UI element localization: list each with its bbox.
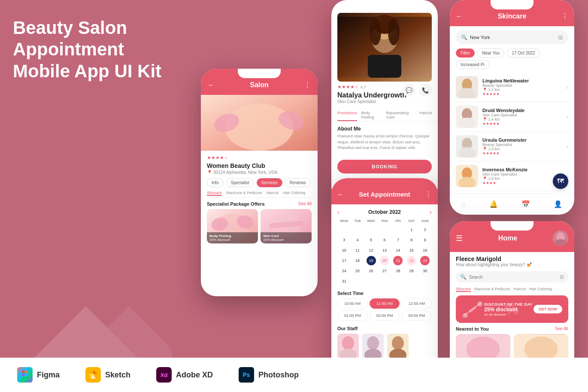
nearest-see-all[interactable]: See All <box>555 326 568 331</box>
cal-2[interactable]: 2 <box>420 225 430 234</box>
filter-btn[interactable]: Filter <box>456 49 475 58</box>
cal-10[interactable]: 10 <box>339 246 349 255</box>
cal-30[interactable]: 30 <box>420 266 430 276</box>
cal-15[interactable]: 15 <box>407 246 416 255</box>
subtab-skincare[interactable]: Skincare <box>207 191 222 196</box>
discount-desc: on all skincare <box>484 313 533 316</box>
hero-title: Beauty Salon Appointment Mobile App UI K… <box>13 17 176 82</box>
discount-get-now-button[interactable]: GET NOW <box>533 305 562 313</box>
phone-icon[interactable]: 📞 <box>419 84 432 97</box>
cal-20-range[interactable]: 20 <box>380 256 389 265</box>
nav-search-icon[interactable]: 🔔 <box>489 200 498 208</box>
cal-next[interactable]: › <box>430 209 432 216</box>
cal-27[interactable]: 27 <box>380 266 389 276</box>
cal-28[interactable]: 28 <box>393 266 403 276</box>
cal-5[interactable]: 5 <box>367 235 376 245</box>
cal-3[interactable]: 3 <box>339 235 349 245</box>
more-icon-4[interactable]: ⋮ <box>561 12 568 20</box>
cal-9[interactable]: 9 <box>420 235 430 245</box>
cal-23-selected[interactable]: 23 <box>420 256 430 265</box>
time-1pm[interactable]: 01:00 PM <box>337 310 368 321</box>
cal-26[interactable]: 26 <box>367 266 376 276</box>
cal-21-selected[interactable]: 21 <box>393 256 403 265</box>
phone-appointment: ← Set Appointment ⋮ ‹ October 2022 › MON… <box>331 178 438 376</box>
service-card-1[interactable]: Body Peeling 20% discount <box>207 209 258 243</box>
filter-icon-4[interactable]: ⊞ <box>558 34 563 41</box>
more-icon-3[interactable]: ⋮ <box>425 190 432 198</box>
map-fab[interactable]: 🗺 <box>553 173 568 189</box>
tab-reviews[interactable]: Reviews <box>285 178 311 187</box>
booking-button[interactable]: BOOKING <box>337 160 432 173</box>
cal-18[interactable]: 18 <box>353 256 362 265</box>
nav-home-icon[interactable]: ⌂ <box>462 201 466 208</box>
cal-16[interactable]: 16 <box>420 246 430 255</box>
filter-icon-5[interactable]: ⊞ <box>560 274 564 280</box>
spec-arrow-3[interactable]: › <box>566 143 568 150</box>
see-all-link[interactable]: See All <box>298 201 312 207</box>
cal-13[interactable]: 13 <box>380 246 389 255</box>
increased-btn[interactable]: Increased Pi <box>456 60 489 69</box>
back-icon-4[interactable]: ← <box>456 12 463 20</box>
home-cat-haircut[interactable]: Haircut <box>514 287 526 292</box>
nav-profile-icon[interactable]: 👤 <box>554 200 562 208</box>
home-cat-manicure[interactable]: Manicure & Pedicure <box>474 287 510 292</box>
message-icon[interactable]: 💬 <box>403 84 415 97</box>
back-icon[interactable]: ← <box>208 81 215 89</box>
near-you-btn[interactable]: Near You <box>477 49 504 58</box>
promo-tab-promotions[interactable]: Promotions <box>337 111 357 121</box>
cal-29[interactable]: 29 <box>407 266 416 276</box>
promo-tab-peeling[interactable]: Body Peeling <box>361 111 382 121</box>
nav-calendar-icon[interactable]: 📅 <box>521 200 530 208</box>
spec-name-1: Linguina Nettlewater <box>482 78 562 83</box>
cal-8[interactable]: 8 <box>407 235 416 245</box>
time-12am[interactable]: 12:00 AM <box>401 298 432 309</box>
time-3pm[interactable]: 03:00 PM <box>401 310 432 321</box>
home-search-input[interactable] <box>469 275 557 280</box>
cal-22-range[interactable]: 22 <box>407 256 416 265</box>
promo-tab-haircut[interactable]: Haircut <box>419 111 432 121</box>
subtab-color[interactable]: Hair Coloring <box>283 191 306 196</box>
spec-arrow-2[interactable]: › <box>566 113 568 120</box>
time-2pm[interactable]: 02:00 PM <box>370 310 400 321</box>
cal-24[interactable]: 24 <box>339 266 349 276</box>
cal-4[interactable]: 4 <box>353 235 362 245</box>
home-cat-color[interactable]: Hair Coloring <box>529 287 552 292</box>
cal-17[interactable]: 17 <box>339 256 349 265</box>
svg-marker-58 <box>93 371 97 374</box>
cal-14[interactable]: 14 <box>393 246 403 255</box>
cal-days-header: MON TUE WED THU FRI SAT SUN <box>337 219 432 223</box>
spec-arrow-1[interactable]: › <box>566 84 568 91</box>
home-cat-skincare[interactable]: Skincare <box>456 287 471 292</box>
cal-1[interactable]: 1 <box>407 225 416 234</box>
cal-7[interactable]: 7 <box>393 235 403 245</box>
spec-dist-2: 📍 1.4 km <box>482 117 562 122</box>
home-categories: Skincare Manicure & Pedicure Haircut Hai… <box>450 287 574 292</box>
cal-25[interactable]: 25 <box>353 266 362 276</box>
time-11am[interactable]: 11:00 AM <box>370 298 400 309</box>
subtab-manicure[interactable]: Manicure & Pedicure <box>226 191 262 196</box>
cal-31[interactable]: 31 <box>339 277 349 286</box>
service-card-2[interactable]: Skin Care 15% discount <box>261 209 312 243</box>
back-icon-3[interactable]: ← <box>337 191 344 198</box>
tab-specialist[interactable]: Specialist <box>226 178 254 187</box>
date-btn[interactable]: 17 Oct 2022 <box>507 49 540 58</box>
cal-prev[interactable]: ‹ <box>337 209 339 216</box>
promo-tab-rejuvenating[interactable]: Rejuvenating Care <box>386 111 415 121</box>
ps-label: Photoshop <box>258 371 299 380</box>
cal-6[interactable]: 6 <box>380 235 389 245</box>
home-avatar[interactable] <box>553 231 568 246</box>
staff-avatar-3[interactable] <box>387 334 409 359</box>
cal-19-today[interactable]: 19 <box>367 256 376 265</box>
cal-12[interactable]: 12 <box>367 246 376 255</box>
staff-avatar-2[interactable] <box>362 334 384 359</box>
more-icon[interactable]: ⋮ <box>304 81 311 89</box>
search-input-4[interactable] <box>470 35 555 40</box>
tab-services[interactable]: Services <box>257 178 282 187</box>
menu-icon-5[interactable]: ☰ <box>456 234 463 243</box>
staff-avatar-1[interactable] <box>337 334 359 359</box>
cal-11[interactable]: 11 <box>353 246 362 255</box>
subtab-haircut[interactable]: Haircut <box>267 191 279 196</box>
tab-info[interactable]: Info <box>207 178 224 187</box>
time-10am[interactable]: 10:00 AM <box>337 298 368 309</box>
spec-photo-3 <box>456 135 478 158</box>
